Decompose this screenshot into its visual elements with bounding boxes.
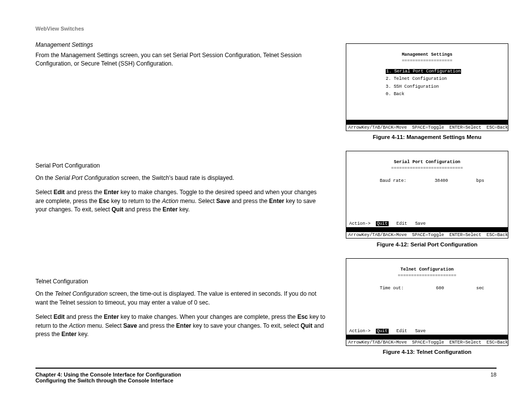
section-management-settings-title: Management Settings xyxy=(35,41,326,48)
footer-chapter: Chapter 4: Using the Console Interface f… xyxy=(35,372,181,377)
section-telnet-title: Telnet Configuration xyxy=(35,278,326,285)
figures-column: Management Settings =================== … xyxy=(346,43,508,355)
fig3-title: Telnet Configuration xyxy=(350,267,504,273)
page-footer: Chapter 4: Using the Console Interface f… xyxy=(35,368,497,383)
fig2-title: Serial Port Configuration xyxy=(350,159,504,165)
fig2-blackbar xyxy=(346,227,508,232)
figure-4-11: Management Settings =================== … xyxy=(346,43,508,131)
fig3-quit-selected: Quit xyxy=(376,329,389,334)
fig1-title: Management Settings xyxy=(350,52,504,58)
fig2-value: 38400 xyxy=(434,178,448,184)
fig3-blackbar xyxy=(346,335,508,340)
section-serial-port-p1: On the Serial Port Configuration screen,… xyxy=(35,174,326,182)
doc-header: WebView Switches xyxy=(35,26,84,32)
fig3-under: ====================== xyxy=(350,273,504,278)
fig1-under: =================== xyxy=(350,58,504,64)
fig3-caption: Figure 4-13: Telnet Configuration xyxy=(346,349,508,355)
fig1-item0: 0. Back xyxy=(386,91,504,97)
fig3-label: Time out: xyxy=(380,285,404,291)
section-serial-port-p2: Select Edit and press the Enter key to m… xyxy=(35,188,326,214)
section-serial-port-title: Serial Port Configuration xyxy=(35,162,326,169)
fig1-hints: ArrowKey/TAB/BACK=Move SPACE=Toggle ENTE… xyxy=(346,125,508,131)
body-text-column: Management Settings From the Management … xyxy=(35,41,326,344)
fig3-value: 600 xyxy=(436,285,444,291)
fig2-unit: bps xyxy=(476,178,484,184)
fig2-caption: Figure 4-12: Serial Port Configuration xyxy=(346,241,508,247)
fig2-under: =========================== xyxy=(350,165,504,171)
fig2-hints: ArrowKey/TAB/BACK=Move SPACE=Toggle ENTE… xyxy=(346,232,508,238)
footer-subchapter: Configuring the Switch through the Conso… xyxy=(35,377,181,383)
fig1-blackbar xyxy=(346,120,508,125)
fig3-hints: ArrowKey/TAB/BACK=Move SPACE=Toggle ENTE… xyxy=(346,340,508,345)
section-telnet-p1: On the Telnet Configuration screen, the … xyxy=(35,290,326,307)
figure-4-13: Telnet Configuration ===================… xyxy=(346,258,508,346)
fig3-action-row: Action-> Quit Edit Save xyxy=(346,328,508,335)
figure-4-12: Serial Port Configuration ==============… xyxy=(346,151,508,239)
section-telnet-p2: Select Edit and press the Enter key to m… xyxy=(35,313,326,339)
fig1-item1-selected: 1. Serial Port Configuration xyxy=(386,69,461,74)
page-number: 18 xyxy=(491,372,497,383)
fig2-quit-selected: Quit xyxy=(376,221,389,226)
fig2-action-row: Action-> Quit Edit Save xyxy=(346,220,508,227)
fig3-unit: sec xyxy=(476,285,484,291)
fig1-item2: 2. Telnet Configuration xyxy=(386,76,504,82)
fig1-item3: 3. SSH Configuration xyxy=(386,84,504,90)
fig2-label: Baud rate: xyxy=(380,178,406,184)
fig1-caption: Figure 4-11: Management Settings Menu xyxy=(346,134,508,140)
section-management-settings-p1: From the Management Settings screen, you… xyxy=(35,51,326,68)
